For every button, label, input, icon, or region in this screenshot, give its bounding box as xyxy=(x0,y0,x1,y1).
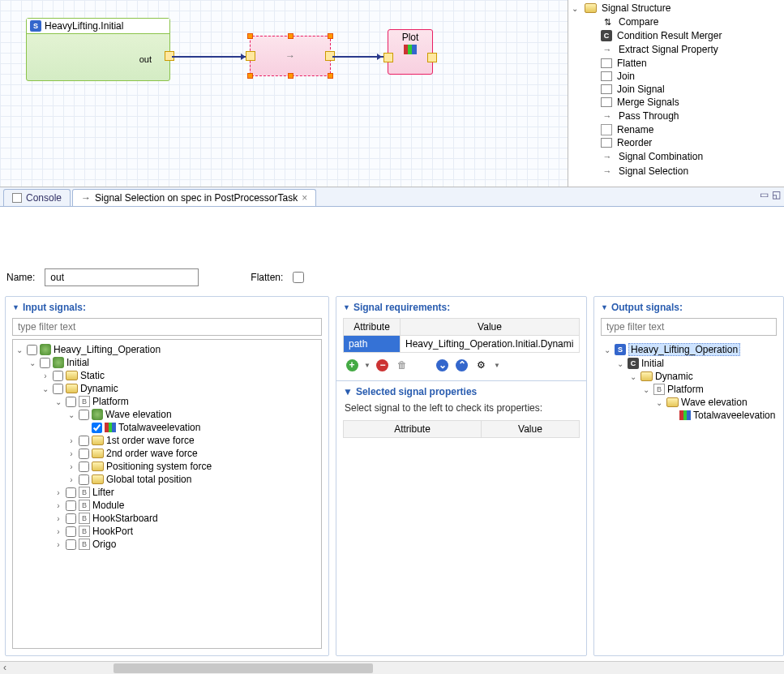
input-port[interactable] xyxy=(246,51,255,61)
resize-handle[interactable] xyxy=(247,73,253,79)
remove-button[interactable]: − xyxy=(375,358,390,372)
resize-handle[interactable] xyxy=(288,73,293,79)
input-port[interactable] xyxy=(383,53,393,62)
tree-row[interactable]: ⌄Initial xyxy=(15,356,319,369)
resize-handle[interactable] xyxy=(328,73,333,79)
tree-row[interactable]: ›Positioning system force xyxy=(15,460,319,473)
tree-row[interactable]: ›1st order wave force xyxy=(15,434,319,447)
tree-checkbox[interactable] xyxy=(79,410,89,420)
add-button[interactable]: + xyxy=(345,358,359,372)
tree-checkbox[interactable] xyxy=(79,474,89,485)
input-tree[interactable]: ⌄Heavy_Lifting_Operation⌄Initial›Static⌄… xyxy=(12,339,322,649)
move-down-button[interactable]: ⌄ xyxy=(435,358,450,372)
tree-checkbox[interactable] xyxy=(66,526,76,537)
expand-icon[interactable]: ⌄ xyxy=(54,397,63,406)
tree-row[interactable]: ⌄Dynamic xyxy=(602,370,775,383)
palette-item[interactable]: ⇅Compare xyxy=(568,15,784,29)
expand-icon[interactable]: ⌄ xyxy=(602,346,612,354)
palette-item[interactable]: →Extract Signal Property xyxy=(568,42,784,57)
expand-icon[interactable]: ⌄ xyxy=(572,4,580,13)
tree-row[interactable]: ⌄BPlatform xyxy=(602,383,775,396)
filter-input[interactable] xyxy=(12,318,322,336)
expand-icon[interactable]: ⌄ xyxy=(28,358,37,367)
filter-input[interactable] xyxy=(601,318,777,336)
tree-row[interactable]: ⌄Wave elevation xyxy=(15,408,319,421)
expand-icon[interactable]: › xyxy=(66,436,76,445)
delete-button[interactable]: 🗑 xyxy=(395,358,409,372)
palette-item[interactable]: →Pass Through xyxy=(568,109,784,123)
expand-icon[interactable]: ⌄ xyxy=(66,410,76,419)
expand-icon[interactable]: ⌄ xyxy=(628,372,638,381)
tree-checkbox[interactable] xyxy=(66,487,76,498)
name-input[interactable] xyxy=(45,268,199,286)
tree-row[interactable]: ⌄Wave elevation xyxy=(602,396,775,409)
expand-icon[interactable]: › xyxy=(54,540,63,549)
workflow-canvas[interactable]: SHeavyLifting.Initial out → Plot xyxy=(0,0,568,187)
tree-row[interactable]: ⌄BPlatform xyxy=(15,395,319,408)
expand-icon[interactable]: › xyxy=(66,449,76,458)
palette-item[interactable]: Merge Signals xyxy=(568,96,784,109)
tree-row[interactable]: ›BModule xyxy=(15,499,319,512)
tree-checkbox[interactable] xyxy=(79,449,89,459)
expand-icon[interactable]: › xyxy=(54,514,63,523)
tab-console[interactable]: Console xyxy=(3,189,71,206)
close-icon[interactable]: × xyxy=(302,192,307,204)
tree-row[interactable]: ›BHookStarboard xyxy=(15,512,319,525)
expand-icon[interactable]: ⌄ xyxy=(641,385,651,394)
collapse-icon[interactable]: ▼ xyxy=(601,303,608,311)
tree-checkbox[interactable] xyxy=(92,423,102,433)
palette-item[interactable]: Join xyxy=(568,70,784,83)
tree-checkbox[interactable] xyxy=(66,513,76,524)
resize-handle[interactable] xyxy=(288,33,293,39)
node-selected[interactable]: → xyxy=(250,36,331,76)
tree-row[interactable]: Totalwaveelevation xyxy=(15,421,319,434)
tree-checkbox[interactable] xyxy=(53,384,63,394)
palette-item[interactable]: Join Signal xyxy=(568,83,784,96)
expand-icon[interactable]: › xyxy=(54,527,63,536)
tree-row[interactable]: ›BLifter xyxy=(15,486,319,499)
tree-row[interactable]: ›2nd order wave force xyxy=(15,447,319,460)
collapse-icon[interactable]: ▼ xyxy=(343,386,353,397)
node-initial[interactable]: SHeavyLifting.Initial out xyxy=(26,18,170,81)
tree-checkbox[interactable] xyxy=(79,461,89,472)
tree-checkbox[interactable] xyxy=(79,436,89,446)
tree-checkbox[interactable] xyxy=(27,345,37,355)
collapse-icon[interactable]: ▼ xyxy=(12,303,19,311)
expand-icon[interactable]: › xyxy=(54,488,63,497)
palette-item[interactable]: →Signal Selection xyxy=(568,164,784,178)
move-up-button[interactable]: ⌃ xyxy=(455,358,469,372)
tree-row[interactable]: ›BOrigo xyxy=(15,538,319,551)
expand-icon[interactable]: › xyxy=(41,371,50,380)
tree-checkbox[interactable] xyxy=(66,539,76,550)
expand-icon[interactable]: ⌄ xyxy=(615,359,625,368)
palette-item[interactable]: Flatten xyxy=(568,57,784,70)
tree-row[interactable]: Totalwaveelevation xyxy=(602,409,775,422)
expand-icon[interactable]: › xyxy=(66,475,76,484)
restore-icon[interactable]: ◱ xyxy=(772,189,781,200)
expand-icon[interactable]: › xyxy=(66,462,76,471)
palette-item[interactable]: Rename xyxy=(568,123,784,136)
resize-handle[interactable] xyxy=(247,33,253,39)
tree-row[interactable]: ⌄Heavy_Lifting_Operation xyxy=(15,343,319,356)
tree-row[interactable]: ›Static xyxy=(15,369,319,382)
resize-handle[interactable] xyxy=(328,33,333,39)
tree-row[interactable]: ⌄CInitial xyxy=(602,357,775,370)
tab-signal-selection[interactable]: → Signal Selection on spec in PostProces… xyxy=(72,189,316,206)
expand-icon[interactable]: ⌄ xyxy=(654,398,664,407)
tree-row[interactable]: ›Global total position xyxy=(15,473,319,486)
tree-checkbox[interactable] xyxy=(40,358,50,368)
tree-checkbox[interactable] xyxy=(53,371,63,381)
settings-button[interactable]: ⚙ xyxy=(474,358,489,372)
output-tree[interactable]: ⌄SHeavy_Lifting_Operation⌄CInitial⌄Dynam… xyxy=(601,339,777,649)
expand-icon[interactable]: ⌄ xyxy=(15,346,24,354)
palette-item[interactable]: Reorder xyxy=(568,136,784,149)
expand-icon[interactable]: ⌄ xyxy=(41,384,50,393)
tree-checkbox[interactable] xyxy=(66,500,76,511)
table-row[interactable]: pathHeavy_Lifting_Operation.Initial.Dyna… xyxy=(344,336,580,353)
output-port[interactable] xyxy=(427,53,437,62)
collapse-icon[interactable]: ▼ xyxy=(343,303,350,311)
flatten-checkbox[interactable] xyxy=(293,272,304,283)
dropdown-icon[interactable]: ▼ xyxy=(494,362,500,369)
tree-row[interactable]: ›BHookPort xyxy=(15,525,319,538)
expand-icon[interactable]: › xyxy=(54,501,63,510)
